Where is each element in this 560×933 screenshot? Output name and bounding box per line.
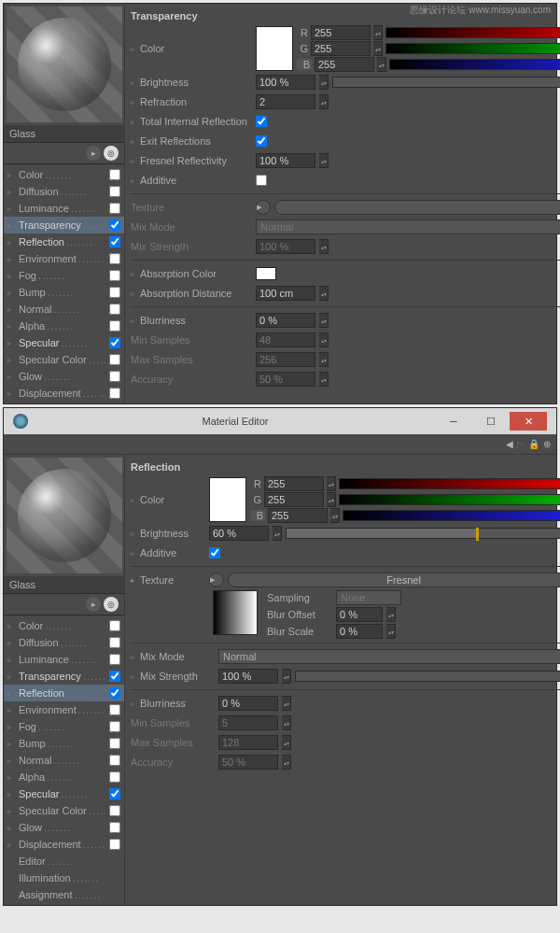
texture-field[interactable]: Fresnel [228,573,560,587]
brightness-spinner[interactable]: ▴▾ [319,75,329,90]
channel-color[interactable]: ▹Color [4,166,124,183]
channel-fog[interactable]: ▹Fog [4,267,124,284]
gradient-swatch[interactable] [213,590,258,635]
maximize-button[interactable]: ☐ [472,412,510,431]
g-spinner[interactable]: ▴▾ [373,41,383,56]
g-slider[interactable] [385,43,560,54]
mixstrength-spinner[interactable]: ▴▾ [282,669,291,684]
channel-bump[interactable]: ▹Bump [4,735,124,752]
g-field[interactable]: 255 [264,492,324,507]
absorb-dist-field[interactable]: 100 cm [256,286,315,301]
fresnel-field[interactable]: 100 % [256,153,315,168]
mixstrength-slider[interactable] [295,671,560,682]
brightness-spinner[interactable]: ▴▾ [273,526,282,541]
texture-field[interactable] [274,200,560,215]
exit-checkbox[interactable] [256,135,267,147]
r-field[interactable]: 255 [264,476,324,491]
additive-checkbox[interactable] [256,175,267,186]
channel-environment[interactable]: ▹Environment [4,701,124,718]
channel-specular-color[interactable]: ▹Specular Color [4,351,124,368]
channel-checkbox[interactable] [109,755,120,766]
channel-checkbox[interactable] [109,219,120,231]
b-slider[interactable] [389,59,560,70]
texture-arrow-button[interactable]: ▸ [256,200,271,215]
channel-checkbox[interactable] [109,687,120,699]
brightness-slider[interactable] [332,77,560,88]
channel-checkbox[interactable] [109,253,120,264]
bluroff-spinner[interactable]: ▴▾ [386,607,396,622]
material-name[interactable]: Glass [4,125,124,143]
channel-diffusion[interactable]: ▹Diffusion [4,634,124,651]
blurscale-spinner[interactable]: ▴▾ [386,624,396,639]
channel-checkbox[interactable] [109,186,120,197]
channel-fog[interactable]: ▹Fog [4,718,124,735]
color-swatch[interactable] [256,26,293,71]
channel-diffusion[interactable]: ▹Diffusion [4,183,124,200]
channel-checkbox[interactable] [109,771,120,783]
channel-checkbox[interactable] [109,704,120,715]
channel-checkbox[interactable] [109,620,120,631]
arrow-icon[interactable]: ▸ [86,597,101,612]
mixmode-dropdown[interactable]: Normal [218,649,560,664]
material-name[interactable]: Glass [4,576,124,594]
channel-transparency[interactable]: ▹Transparency [4,217,124,233]
nav-fwd-icon[interactable]: ▷ [517,439,525,449]
channel-glow[interactable]: ▹Glow [4,368,124,385]
channel-checkbox[interactable] [109,287,120,298]
channel-displacement[interactable]: ▹Displacement [4,385,124,402]
channel-displacement[interactable]: ▹Displacement [4,836,124,853]
brightness-field[interactable]: 60 % [209,526,269,541]
channel-specular[interactable]: ▹Specular [4,334,124,351]
channel-checkbox[interactable] [109,337,120,348]
channel-checkbox[interactable] [109,236,120,247]
channel-specular-color[interactable]: ▹Specular Color [4,802,124,819]
channel-normal[interactable]: ▹Normal [4,301,124,318]
target-icon[interactable]: ◎ [104,597,119,612]
channel-assignment[interactable]: Assignment [4,886,124,903]
additive-checkbox[interactable] [209,547,220,558]
arrow-icon[interactable]: ▸ [86,146,101,161]
b-spinner[interactable]: ▴▾ [330,508,340,523]
channel-checkbox[interactable] [109,304,120,315]
brightness-field[interactable]: 100 % [256,75,315,90]
b-slider[interactable] [343,510,560,521]
bluroff-field[interactable]: 0 % [336,607,383,622]
channel-checkbox[interactable] [109,388,120,399]
channel-checkbox[interactable] [109,788,120,799]
tir-checkbox[interactable] [256,116,267,127]
r-slider[interactable] [339,478,560,489]
channel-luminance[interactable]: ▹Luminance [4,651,124,668]
r-spinner[interactable]: ▴▾ [373,25,383,40]
b-field[interactable]: 255 [268,508,328,523]
absorb-dist-spinner[interactable]: ▴▾ [319,286,329,301]
nav-back-icon[interactable]: ◀ [506,439,513,449]
absorb-color-swatch[interactable] [256,267,276,280]
channel-transparency[interactable]: ▹Transparency [4,668,124,685]
channel-checkbox[interactable] [109,169,120,180]
channel-checkbox[interactable] [109,320,120,332]
channel-checkbox[interactable] [109,671,120,682]
channel-checkbox[interactable] [109,371,120,382]
blurscale-field[interactable]: 0 % [336,624,383,639]
blur-field[interactable]: 0 % [256,313,315,328]
g-spinner[interactable]: ▴▾ [327,492,336,507]
channel-checkbox[interactable] [109,721,120,732]
channel-environment[interactable]: ▹Environment [4,250,124,267]
r-field[interactable]: 255 [311,25,371,40]
material-preview[interactable] [7,458,122,573]
channel-color[interactable]: ▹Color [4,617,124,634]
material-preview[interactable] [7,7,122,122]
channel-checkbox[interactable] [109,203,120,214]
target-icon[interactable]: ◎ [104,146,119,161]
channel-specular[interactable]: ▹Specular [4,785,124,802]
brightness-slider[interactable] [286,528,560,539]
r-spinner[interactable]: ▴▾ [327,476,336,491]
b-field[interactable]: 255 [315,57,374,72]
channel-checkbox[interactable] [109,654,120,665]
color-swatch[interactable] [209,477,246,522]
g-field[interactable]: 255 [311,41,371,56]
channel-illumination[interactable]: Illumination [4,869,124,886]
channel-reflection[interactable]: ▹Reflection [4,685,124,701]
channel-reflection[interactable]: ▹Reflection [4,233,124,250]
lock-icon[interactable]: 🔒 [528,439,539,449]
